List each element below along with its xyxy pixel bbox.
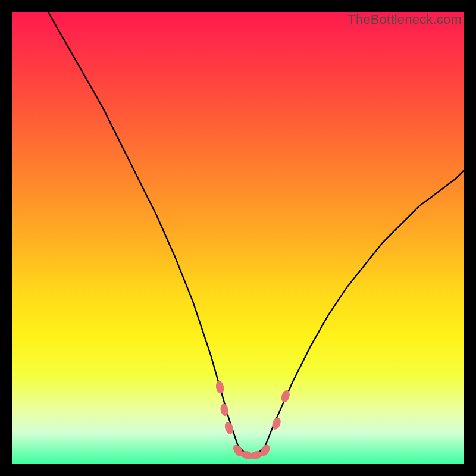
bottleneck-curve <box>48 12 464 455</box>
bottleneck-curve-svg <box>12 12 464 464</box>
curve-marker <box>280 390 291 403</box>
curve-marker <box>215 381 225 394</box>
curve-markers <box>215 381 291 460</box>
curve-marker <box>224 421 234 435</box>
